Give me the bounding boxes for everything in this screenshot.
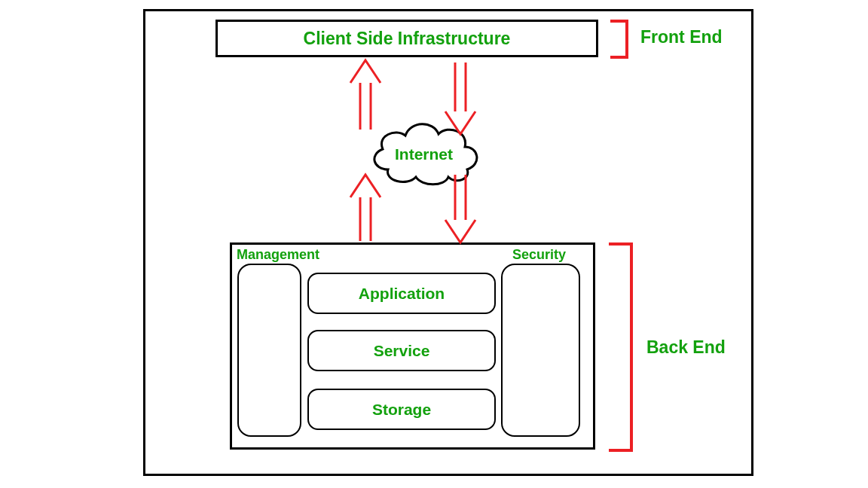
service-label: Service — [374, 342, 430, 360]
service-box: Service — [307, 330, 496, 371]
internet-label: Internet — [395, 145, 453, 163]
security-box — [501, 264, 580, 437]
client-side-box: Client Side Infrastructure — [215, 20, 598, 57]
storage-box: Storage — [307, 389, 496, 430]
storage-label: Storage — [372, 401, 431, 419]
application-box: Application — [307, 273, 496, 314]
application-label: Application — [359, 285, 445, 303]
management-label: Management — [237, 247, 319, 263]
back-end-label: Back End — [646, 337, 726, 358]
security-label: Security — [512, 247, 566, 263]
client-side-label: Client Side Infrastructure — [304, 29, 511, 49]
diagram-canvas: Client Side Infrastructure Front End Int… — [0, 0, 868, 488]
front-end-label: Front End — [640, 27, 723, 47]
management-box — [237, 264, 301, 437]
